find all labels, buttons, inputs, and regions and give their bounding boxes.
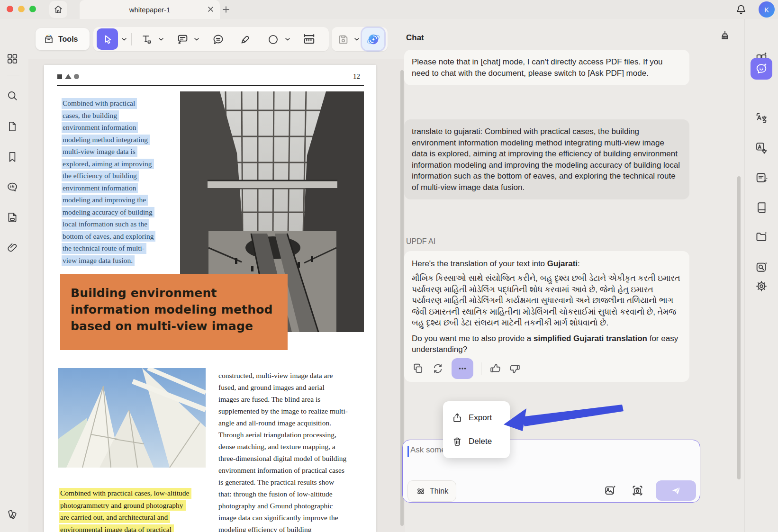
add-image-icon[interactable] xyxy=(604,484,616,497)
pdf-page[interactable]: 12 Combined with practical cases, the bu… xyxy=(44,65,376,532)
chat-scrollbar[interactable] xyxy=(737,176,741,479)
text-line: fused, and ground images and aerial xyxy=(218,381,348,393)
ai-summary-icon[interactable] xyxy=(752,168,771,187)
screenshot-camera-icon[interactable] xyxy=(631,484,644,497)
text-line: image data can significantly improve the xyxy=(218,512,348,523)
sidebar-bookmark-icon[interactable] xyxy=(3,147,22,166)
intro-colon: : xyxy=(578,259,580,268)
text-line: the technical route of multi- xyxy=(62,243,146,254)
ai-folder-icon[interactable] xyxy=(752,227,771,246)
notifications-bell-icon[interactable] xyxy=(735,3,747,16)
chat-annotation-tool-button[interactable] xyxy=(208,30,227,49)
body-text-block: constructed, multi-view image data are f… xyxy=(218,370,348,532)
sidebar-search-icon[interactable] xyxy=(3,86,22,105)
photo-architecture[interactable] xyxy=(58,368,206,468)
logo-triangle xyxy=(65,74,72,79)
measure-tool-button[interactable] xyxy=(299,30,318,49)
text-line: bottom of eaves, and exploring xyxy=(62,231,155,242)
ai-assistant-icon xyxy=(366,32,381,47)
message-text: Please note that in [chat] mode, I can't… xyxy=(412,57,663,78)
shape-tool-chevron-icon[interactable] xyxy=(285,38,290,41)
clean-chat-icon[interactable] xyxy=(718,29,732,43)
left-sidebar xyxy=(0,19,28,532)
new-tab-button[interactable] xyxy=(223,6,229,13)
text-line: Through aerial triangulation processing, xyxy=(218,429,348,441)
traffic-light-minimize[interactable] xyxy=(18,6,25,12)
highlighter-tool-button[interactable] xyxy=(236,30,255,49)
text-line: local information such as the xyxy=(62,219,149,230)
translate-page-icon[interactable] xyxy=(752,138,771,157)
text-line: environment information of practical cas… xyxy=(218,464,348,476)
callout-tool-chevron-icon[interactable] xyxy=(194,38,199,41)
heading-line: based on multi-view image xyxy=(71,318,288,334)
think-button[interactable]: Think xyxy=(407,480,456,502)
save-chevron-icon[interactable] xyxy=(354,38,359,41)
thumbs-down-icon[interactable] xyxy=(509,362,521,375)
heading-line: information modeling method xyxy=(71,301,288,318)
user-avatar[interactable]: K xyxy=(759,1,775,18)
question-prefix: Do you want me to also provide a xyxy=(412,334,534,343)
text-line: environment information xyxy=(62,183,138,194)
select-tool-button[interactable] xyxy=(97,28,118,50)
select-tool-chevron-icon[interactable] xyxy=(122,38,127,41)
traffic-light-close[interactable] xyxy=(7,6,13,12)
chat-message-ai-answer[interactable]: Here's the translation of your text into… xyxy=(404,251,689,382)
home-icon xyxy=(53,4,63,15)
page-number: 12 xyxy=(353,72,360,81)
text-line: modeling and improving the xyxy=(62,195,148,206)
ai-chat-tab-active[interactable] xyxy=(751,58,772,80)
settings-gear-icon[interactable] xyxy=(752,277,771,296)
message-more-menu: Export Delete xyxy=(443,401,510,458)
tab-title: whitepaper-1 xyxy=(129,6,171,14)
text-line: modeling method integrating xyxy=(62,135,150,145)
avatar-initial: K xyxy=(764,6,769,14)
ai-search-icon[interactable] xyxy=(752,258,771,277)
text-line: environmental image data of practical xyxy=(59,524,174,532)
shape-circle-tool-button[interactable] xyxy=(263,30,282,49)
sidebar-form-icon[interactable] xyxy=(3,208,22,227)
heading-line: Building environment xyxy=(71,285,288,301)
logo-square xyxy=(57,74,62,79)
tab-close-icon[interactable] xyxy=(208,7,213,12)
regenerate-icon[interactable] xyxy=(432,362,444,375)
save-button[interactable] xyxy=(334,30,353,49)
highlighted-text-block[interactable]: Combined with practical cases, low-altit… xyxy=(59,488,191,532)
chat-input[interactable] xyxy=(409,445,610,455)
translate-icon[interactable] xyxy=(752,108,771,127)
text-tool-chevron-icon[interactable] xyxy=(159,38,163,41)
tools-button[interactable]: Tools xyxy=(36,28,90,50)
text-line: Combined with practical cases, low-altit… xyxy=(59,488,191,499)
send-button[interactable] xyxy=(656,480,696,501)
menu-item-delete[interactable]: Delete xyxy=(443,430,510,453)
selected-text-block[interactable]: Combined with practical cases, the build… xyxy=(62,98,155,267)
document-tab[interactable]: whitepaper-1 xyxy=(80,0,220,19)
header-rule xyxy=(57,85,364,86)
traffic-light-zoom[interactable] xyxy=(29,6,36,12)
home-button[interactable] xyxy=(49,1,67,18)
logo-circle xyxy=(74,74,79,79)
text-tool-button[interactable] xyxy=(137,30,156,49)
chat-panel-title: Chat xyxy=(406,33,424,43)
book-icon[interactable] xyxy=(752,198,771,216)
updf-window: whitepaper-1 K xyxy=(0,0,778,532)
text-line: the efficiency of building xyxy=(62,171,139,181)
menu-item-export[interactable]: Export xyxy=(443,406,510,430)
sidebar-swatches-icon[interactable] xyxy=(3,505,22,524)
sidebar-pages-icon[interactable] xyxy=(3,117,22,136)
heading-banner[interactable]: Building environment information modelin… xyxy=(60,274,288,350)
callout-tool-button[interactable] xyxy=(173,30,192,49)
chat-message-assistant-notice[interactable]: Please note that in [chat] mode, I can't… xyxy=(404,50,689,85)
copy-icon[interactable] xyxy=(412,362,424,375)
thumbs-up-icon[interactable] xyxy=(489,362,501,375)
export-label: Export xyxy=(469,413,492,423)
sidebar-attachment-icon[interactable] xyxy=(3,238,22,257)
sidebar-comments-icon[interactable] xyxy=(3,178,22,197)
message-text: translate to gujarati: Combined with pra… xyxy=(412,127,680,192)
sidebar-grid-icon[interactable] xyxy=(3,49,22,68)
text-line: Combined with practical xyxy=(62,98,137,109)
chat-message-user[interactable]: translate to gujarati: Combined with pra… xyxy=(404,119,689,199)
sidebar-divider xyxy=(7,75,19,75)
ai-assistant-button[interactable] xyxy=(362,28,384,50)
text-line: constructed, multi-view image data are xyxy=(218,370,348,381)
more-actions-button[interactable] xyxy=(452,358,473,379)
